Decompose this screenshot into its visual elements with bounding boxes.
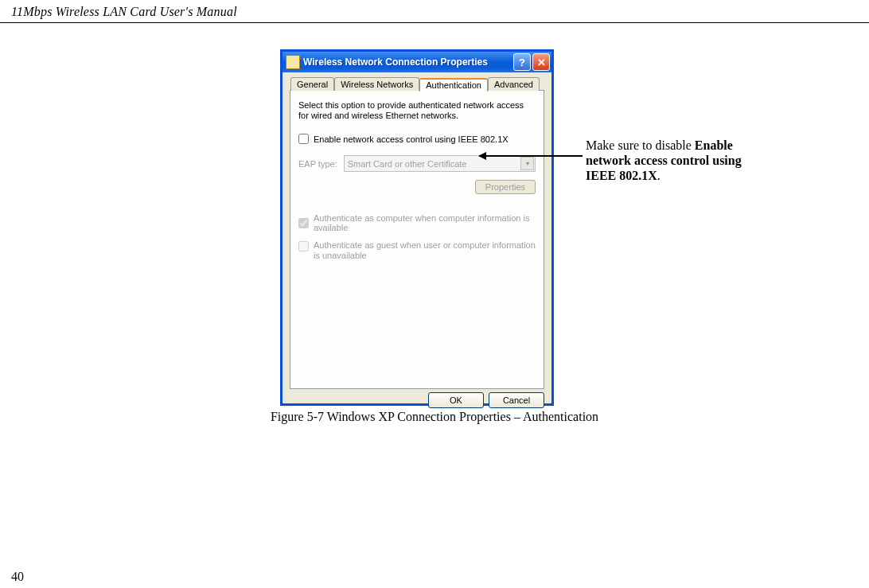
auth-computer-row: Authenticate as computer when computer i… [298, 213, 536, 232]
page-number: 40 [11, 570, 24, 584]
tab-advanced[interactable]: Advanced [488, 77, 540, 91]
page-area: Wireless Network Connection Properties ?… [0, 23, 869, 588]
window-buttons: ? ✕ [513, 53, 550, 71]
auth-computer-label: Authenticate as computer when computer i… [314, 213, 536, 232]
auth-guest-label: Authenticate as guest when user or compu… [314, 240, 536, 261]
callout-annotation: Make sure to disable Enable network acce… [586, 138, 769, 183]
eap-type-label: EAP type: [298, 159, 337, 169]
document-header: 11Mbps Wireless LAN Card User's Manual [0, 0, 869, 23]
tab-panel-authentication: Select this option to provide authentica… [290, 90, 544, 389]
tab-authentication[interactable]: Authentication [419, 78, 488, 92]
auth-guest-checkbox[interactable] [298, 241, 309, 251]
option-description: Select this option to provide authentica… [298, 100, 536, 121]
eap-type-row: EAP type: Smart Card or other Certificat… [298, 155, 536, 172]
dialog-footer-buttons: OK Cancel [290, 392, 544, 408]
enable-8021x-checkbox[interactable] [298, 134, 309, 144]
close-button[interactable]: ✕ [532, 53, 550, 71]
titlebar: Wireless Network Connection Properties ?… [283, 52, 551, 72]
cancel-button[interactable]: Cancel [489, 392, 544, 408]
help-button[interactable]: ? [513, 53, 531, 71]
window-title: Wireless Network Connection Properties [303, 56, 513, 68]
chevron-down-icon: ▾ [520, 157, 534, 170]
enable-8021x-row: Enable network access control using IEEE… [298, 134, 536, 144]
window-icon [286, 55, 300, 69]
properties-button[interactable]: Properties [475, 180, 536, 194]
callout-arrow [479, 155, 583, 157]
eap-type-value: Smart Card or other Certificate [348, 159, 467, 169]
ok-button[interactable]: OK [428, 392, 484, 408]
dialog-body: General Wireless Networks Authentication… [283, 72, 551, 403]
auth-computer-checkbox[interactable] [298, 218, 309, 228]
annotation-suffix: . [657, 169, 661, 182]
annotation-prefix: Make sure to disable [586, 138, 695, 152]
auth-guest-row: Authenticate as guest when user or compu… [298, 240, 536, 261]
enable-8021x-label: Enable network access control using IEEE… [314, 134, 509, 144]
properties-dialog: Wireless Network Connection Properties ?… [280, 49, 554, 406]
eap-type-select[interactable]: Smart Card or other Certificate ▾ [344, 155, 536, 172]
figure-caption: Figure 5-7 Windows XP Connection Propert… [0, 410, 869, 424]
tab-wireless-networks[interactable]: Wireless Networks [334, 77, 419, 91]
tab-general[interactable]: General [290, 77, 334, 91]
tab-bar: General Wireless Networks Authentication… [290, 77, 544, 91]
properties-button-row: Properties [298, 180, 536, 194]
